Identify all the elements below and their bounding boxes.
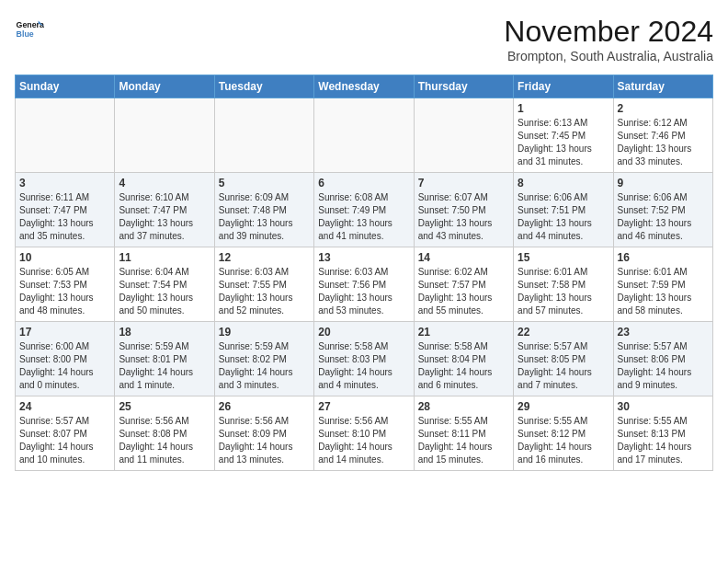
day-number: 16 (618, 251, 709, 264)
day-number: 11 (119, 251, 210, 264)
day-info: Sunrise: 6:10 AM Sunset: 7:47 PM Dayligh… (119, 191, 210, 243)
day-info: Sunrise: 5:59 AM Sunset: 8:02 PM Dayligh… (219, 340, 310, 392)
calendar-cell: 7Sunrise: 6:07 AM Sunset: 7:50 PM Daylig… (414, 173, 513, 247)
day-number: 25 (119, 400, 210, 413)
day-info: Sunrise: 6:06 AM Sunset: 7:51 PM Dayligh… (518, 191, 609, 243)
day-number: 5 (219, 177, 310, 190)
calendar-cell: 1Sunrise: 6:13 AM Sunset: 7:45 PM Daylig… (514, 98, 613, 173)
calendar-cell: 5Sunrise: 6:09 AM Sunset: 7:48 PM Daylig… (214, 173, 313, 247)
day-info: Sunrise: 6:12 AM Sunset: 7:46 PM Dayligh… (618, 117, 709, 168)
day-info: Sunrise: 5:59 AM Sunset: 8:01 PM Dayligh… (119, 340, 210, 392)
calendar-cell: 4Sunrise: 6:10 AM Sunset: 7:47 PM Daylig… (115, 173, 214, 247)
day-info: Sunrise: 6:06 AM Sunset: 7:52 PM Dayligh… (618, 191, 709, 243)
day-number: 15 (518, 251, 609, 264)
day-number: 3 (19, 177, 110, 190)
day-number: 26 (219, 400, 310, 413)
day-info: Sunrise: 5:55 AM Sunset: 8:11 PM Dayligh… (418, 415, 509, 466)
title-area: November 2024 Brompton, South Australia,… (504, 15, 713, 63)
day-number: 12 (219, 251, 310, 264)
calendar-cell: 20Sunrise: 5:58 AM Sunset: 8:03 PM Dayli… (314, 322, 414, 396)
day-info: Sunrise: 5:55 AM Sunset: 8:13 PM Dayligh… (618, 415, 709, 466)
calendar-table: SundayMondayTuesdayWednesdayThursdayFrid… (15, 75, 713, 471)
calendar-cell: 27Sunrise: 5:56 AM Sunset: 8:10 PM Dayli… (314, 396, 414, 471)
day-number: 2 (618, 102, 709, 115)
day-info: Sunrise: 6:03 AM Sunset: 7:56 PM Dayligh… (318, 266, 409, 317)
day-info: Sunrise: 6:08 AM Sunset: 7:49 PM Dayligh… (318, 191, 409, 243)
day-info: Sunrise: 5:58 AM Sunset: 8:03 PM Dayligh… (318, 340, 409, 392)
calendar-cell: 15Sunrise: 6:01 AM Sunset: 7:58 PM Dayli… (514, 247, 613, 322)
weekday-header-row: SundayMondayTuesdayWednesdayThursdayFrid… (16, 75, 713, 98)
weekday-header-saturday: Saturday (613, 75, 712, 98)
calendar-cell: 24Sunrise: 5:57 AM Sunset: 8:07 PM Dayli… (16, 396, 115, 471)
calendar-cell: 12Sunrise: 6:03 AM Sunset: 7:55 PM Dayli… (214, 247, 313, 322)
calendar-cell: 18Sunrise: 5:59 AM Sunset: 8:01 PM Dayli… (115, 322, 214, 396)
calendar-cell: 21Sunrise: 5:58 AM Sunset: 8:04 PM Dayli… (414, 322, 513, 396)
day-number: 18 (119, 326, 210, 339)
logo-icon: General Blue (15, 15, 44, 44)
calendar-row-2: 10Sunrise: 6:05 AM Sunset: 7:53 PM Dayli… (16, 247, 713, 322)
day-info: Sunrise: 6:03 AM Sunset: 7:55 PM Dayligh… (219, 266, 310, 317)
calendar-cell: 17Sunrise: 6:00 AM Sunset: 8:00 PM Dayli… (16, 322, 115, 396)
day-number: 1 (518, 102, 609, 115)
day-number: 28 (418, 400, 509, 413)
calendar-cell: 3Sunrise: 6:11 AM Sunset: 7:47 PM Daylig… (16, 173, 115, 247)
calendar-cell: 14Sunrise: 6:02 AM Sunset: 7:57 PM Dayli… (414, 247, 513, 322)
day-number: 20 (318, 326, 409, 339)
day-number: 10 (19, 251, 110, 264)
day-info: Sunrise: 6:07 AM Sunset: 7:50 PM Dayligh… (418, 191, 509, 243)
day-info: Sunrise: 5:57 AM Sunset: 8:05 PM Dayligh… (518, 340, 609, 392)
day-info: Sunrise: 5:57 AM Sunset: 8:07 PM Dayligh… (19, 415, 110, 466)
calendar-cell: 30Sunrise: 5:55 AM Sunset: 8:13 PM Dayli… (613, 396, 712, 471)
calendar-cell: 29Sunrise: 5:55 AM Sunset: 8:12 PM Dayli… (514, 396, 613, 471)
calendar-cell: 11Sunrise: 6:04 AM Sunset: 7:54 PM Dayli… (115, 247, 214, 322)
day-number: 29 (518, 400, 609, 413)
weekday-header-sunday: Sunday (16, 75, 115, 98)
day-number: 27 (318, 400, 409, 413)
day-number: 13 (318, 251, 409, 264)
calendar-cell (16, 98, 115, 173)
day-info: Sunrise: 6:02 AM Sunset: 7:57 PM Dayligh… (418, 266, 509, 317)
weekday-header-friday: Friday (514, 75, 613, 98)
calendar-cell: 10Sunrise: 6:05 AM Sunset: 7:53 PM Dayli… (16, 247, 115, 322)
calendar-row-1: 3Sunrise: 6:11 AM Sunset: 7:47 PM Daylig… (16, 173, 713, 247)
day-number: 24 (19, 400, 110, 413)
calendar-cell: 16Sunrise: 6:01 AM Sunset: 7:59 PM Dayli… (613, 247, 712, 322)
day-info: Sunrise: 5:56 AM Sunset: 8:09 PM Dayligh… (219, 415, 310, 466)
weekday-header-monday: Monday (115, 75, 214, 98)
svg-text:General: General (17, 20, 44, 29)
calendar-cell (214, 98, 313, 173)
calendar-cell: 26Sunrise: 5:56 AM Sunset: 8:09 PM Dayli… (214, 396, 313, 471)
calendar-cell (314, 98, 414, 173)
day-number: 30 (618, 400, 709, 413)
day-number: 7 (418, 177, 509, 190)
day-number: 19 (219, 326, 310, 339)
day-info: Sunrise: 6:01 AM Sunset: 7:58 PM Dayligh… (518, 266, 609, 317)
calendar-row-0: 1Sunrise: 6:13 AM Sunset: 7:45 PM Daylig… (16, 98, 713, 173)
svg-text:Blue: Blue (17, 29, 34, 39)
day-number: 6 (318, 177, 409, 190)
day-info: Sunrise: 5:57 AM Sunset: 8:06 PM Dayligh… (618, 340, 709, 392)
day-info: Sunrise: 6:00 AM Sunset: 8:00 PM Dayligh… (19, 340, 110, 392)
day-number: 17 (19, 326, 110, 339)
calendar-cell: 8Sunrise: 6:06 AM Sunset: 7:51 PM Daylig… (514, 173, 613, 247)
day-number: 21 (418, 326, 509, 339)
calendar-cell: 23Sunrise: 5:57 AM Sunset: 8:06 PM Dayli… (613, 322, 712, 396)
month-title: November 2024 (504, 15, 713, 49)
calendar-cell: 19Sunrise: 5:59 AM Sunset: 8:02 PM Dayli… (214, 322, 313, 396)
day-number: 14 (418, 251, 509, 264)
calendar-cell: 2Sunrise: 6:12 AM Sunset: 7:46 PM Daylig… (613, 98, 712, 173)
calendar-cell (115, 98, 214, 173)
day-info: Sunrise: 5:56 AM Sunset: 8:08 PM Dayligh… (119, 415, 210, 466)
calendar-cell: 6Sunrise: 6:08 AM Sunset: 7:49 PM Daylig… (314, 173, 414, 247)
day-info: Sunrise: 6:13 AM Sunset: 7:45 PM Dayligh… (518, 117, 609, 168)
day-number: 23 (618, 326, 709, 339)
day-number: 4 (119, 177, 210, 190)
logo: General Blue (15, 15, 44, 44)
location-subtitle: Brompton, South Australia, Australia (504, 49, 713, 63)
calendar-cell: 22Sunrise: 5:57 AM Sunset: 8:05 PM Dayli… (514, 322, 613, 396)
weekday-header-wednesday: Wednesday (314, 75, 414, 98)
weekday-header-thursday: Thursday (414, 75, 513, 98)
calendar-row-4: 24Sunrise: 5:57 AM Sunset: 8:07 PM Dayli… (16, 396, 713, 471)
day-number: 22 (518, 326, 609, 339)
weekday-header-tuesday: Tuesday (214, 75, 313, 98)
